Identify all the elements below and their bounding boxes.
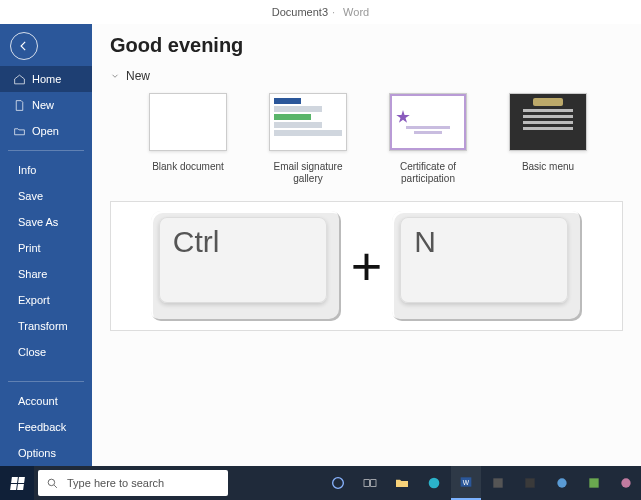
start-button[interactable] [0, 466, 34, 500]
greeting-heading: Good evening [110, 34, 623, 57]
section-toggle-new[interactable]: New [110, 69, 623, 83]
svg-point-9 [557, 478, 566, 487]
keycap-label: N [414, 225, 436, 259]
sidebar-link-export[interactable]: Export [0, 287, 92, 313]
sidebar-link-transform[interactable]: Transform [0, 313, 92, 339]
plus-symbol: + [345, 235, 389, 297]
sidebar-item-label: Open [32, 125, 84, 137]
body: Home New Open Info Save Save As Print Sh… [0, 24, 641, 466]
sidebar-link-account[interactable]: Account [0, 388, 92, 414]
sidebar-link-close[interactable]: Close [0, 339, 92, 365]
back-button[interactable] [10, 32, 38, 60]
document-icon [12, 98, 26, 112]
svg-rect-8 [525, 478, 534, 487]
divider [8, 150, 84, 151]
taskbar-search[interactable]: Type here to search [38, 470, 228, 496]
chevron-down-icon [110, 71, 120, 81]
windows-taskbar: Type here to search W [0, 466, 641, 500]
main-pane: Good evening New Blank document Email si… [92, 24, 641, 466]
divider [8, 381, 84, 382]
title-sep: · [332, 6, 335, 18]
word-icon[interactable]: W [451, 466, 481, 500]
search-icon [46, 477, 59, 490]
sidebar-item-label: New [32, 99, 84, 111]
template-blank-document[interactable]: Blank document [140, 93, 236, 185]
section-title: New [126, 69, 150, 83]
svg-point-11 [621, 478, 630, 487]
document-title: Document3 [272, 6, 328, 18]
svg-rect-3 [371, 480, 376, 487]
search-placeholder: Type here to search [67, 477, 164, 489]
template-thumb [389, 93, 467, 151]
template-label: Email signature gallery [260, 161, 356, 185]
sidebar-link-save[interactable]: Save [0, 183, 92, 209]
edge-icon[interactable] [419, 466, 449, 500]
sidebar-item-open[interactable]: Open [0, 118, 92, 144]
svg-point-4 [429, 478, 440, 489]
backstage-sidebar: Home New Open Info Save Save As Print Sh… [0, 24, 92, 466]
taskbar-icons: W [323, 466, 641, 500]
windows-logo-icon [10, 477, 25, 490]
template-thumb [149, 93, 227, 151]
taskbar-app-icon[interactable] [579, 466, 609, 500]
keycap-n: N [392, 211, 582, 321]
taskbar-app-icon[interactable] [547, 466, 577, 500]
svg-text:W: W [463, 479, 470, 486]
sidebar-link-info[interactable]: Info [0, 157, 92, 183]
word-backstage: Document3 · Word Home New Open Info Save [0, 0, 641, 500]
template-gallery: Blank document Email signature gallery C… [110, 89, 623, 191]
file-explorer-icon[interactable] [387, 466, 417, 500]
sidebar-link-options[interactable]: Options [0, 440, 92, 466]
taskbar-app-icon[interactable] [611, 466, 641, 500]
keycap-ctrl: Ctrl [151, 211, 341, 321]
sidebar-link-save-as[interactable]: Save As [0, 209, 92, 235]
template-thumb [269, 93, 347, 151]
sidebar-item-new[interactable]: New [0, 92, 92, 118]
svg-point-1 [333, 478, 344, 489]
template-thumb [509, 93, 587, 151]
back-arrow-icon [17, 39, 31, 53]
template-label: Certificate of participation [380, 161, 476, 185]
sidebar-item-label: Home [32, 73, 84, 85]
template-label: Basic menu [522, 161, 574, 173]
title-bar: Document3 · Word [0, 0, 641, 24]
template-certificate[interactable]: Certificate of participation [380, 93, 476, 185]
template-email-signature[interactable]: Email signature gallery [260, 93, 356, 185]
taskbar-app-icon[interactable] [483, 466, 513, 500]
sidebar-item-home[interactable]: Home [0, 66, 92, 92]
cortana-icon[interactable] [323, 466, 353, 500]
svg-rect-10 [589, 478, 598, 487]
sidebar-link-feedback[interactable]: Feedback [0, 414, 92, 440]
spacer [0, 365, 92, 375]
home-icon [12, 72, 26, 86]
keycap-label: Ctrl [173, 225, 220, 259]
app-name: Word [343, 6, 369, 18]
sidebar-link-print[interactable]: Print [0, 235, 92, 261]
svg-rect-2 [364, 480, 369, 487]
keyboard-shortcut-illustration: Ctrl + N [110, 201, 623, 331]
svg-rect-7 [493, 478, 502, 487]
taskbar-app-icon[interactable] [515, 466, 545, 500]
template-label: Blank document [152, 161, 224, 173]
sidebar-link-share[interactable]: Share [0, 261, 92, 287]
folder-open-icon [12, 124, 26, 138]
template-basic-menu[interactable]: Basic menu [500, 93, 596, 185]
task-view-icon[interactable] [355, 466, 385, 500]
svg-point-0 [48, 479, 55, 486]
